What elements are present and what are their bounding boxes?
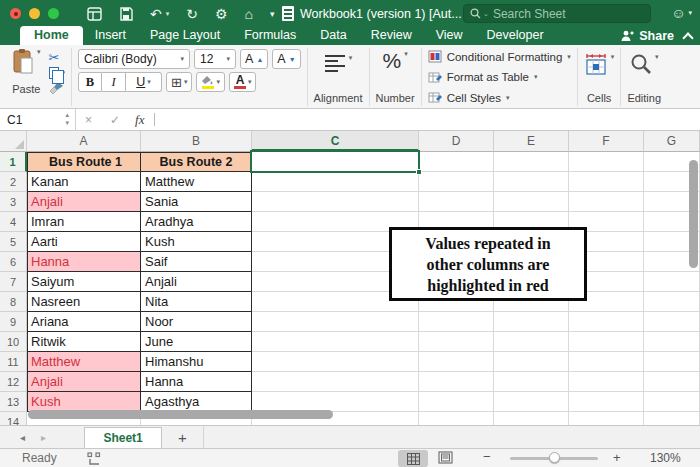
- select-all-corner[interactable]: [0, 131, 27, 152]
- cut-icon[interactable]: ✂: [49, 50, 60, 65]
- row-header-2[interactable]: 2: [0, 172, 27, 192]
- cell-E2[interactable]: [494, 172, 569, 192]
- cell-E3[interactable]: [494, 192, 569, 212]
- cell-C13[interactable]: [252, 392, 419, 412]
- cell-F13[interactable]: [569, 392, 644, 412]
- cell-A13[interactable]: Kush: [27, 392, 141, 412]
- home-icon[interactable]: ⌂: [245, 7, 253, 21]
- cell-B12[interactable]: Hanna: [141, 372, 252, 392]
- cell-C11[interactable]: [252, 352, 419, 372]
- cell-A3[interactable]: Anjali: [27, 192, 141, 212]
- grow-font-button[interactable]: A▲: [240, 49, 268, 69]
- cell-D2[interactable]: [419, 172, 494, 192]
- enter-button[interactable]: ✓: [101, 113, 129, 127]
- vertical-scrollbar[interactable]: [689, 160, 698, 268]
- cell-C1[interactable]: [252, 152, 419, 172]
- tab-home[interactable]: Home: [20, 26, 83, 45]
- column-header-B[interactable]: B: [141, 131, 252, 152]
- feedback-smiley-button[interactable]: ☺ ▾: [671, 5, 692, 21]
- page-layout-view-button[interactable]: [438, 451, 453, 464]
- cell-A9[interactable]: Ariana: [27, 312, 141, 332]
- name-box-stepper[interactable]: ▴▾: [65, 111, 69, 127]
- borders-button[interactable]: ⊞▾: [166, 72, 192, 92]
- collapse-ribbon-chevron[interactable]: [684, 32, 692, 40]
- bold-button[interactable]: B: [78, 72, 102, 92]
- cell-A1[interactable]: Bus Route 1: [27, 152, 141, 172]
- cell-B5[interactable]: Kush: [141, 232, 252, 252]
- cell-F1[interactable]: [569, 152, 644, 172]
- cell-A2[interactable]: Kanan: [27, 172, 141, 192]
- annotation-text-box[interactable]: Values repeated in other columns are hig…: [389, 227, 587, 301]
- cell-G14[interactable]: [644, 412, 700, 425]
- cell-C12[interactable]: [252, 372, 419, 392]
- cell-D12[interactable]: [419, 372, 494, 392]
- cells-button[interactable]: ▾: [584, 53, 615, 75]
- alignment-button[interactable]: ▾: [324, 54, 353, 72]
- cell-E1[interactable]: [494, 152, 569, 172]
- cell-F14[interactable]: [569, 412, 644, 425]
- cell-B1[interactable]: Bus Route 2: [141, 152, 252, 172]
- cell-B11[interactable]: Himanshu: [141, 352, 252, 372]
- zoom-window-button[interactable]: [48, 8, 59, 19]
- cell-F9[interactable]: [569, 312, 644, 332]
- row-header-10[interactable]: 10: [0, 332, 27, 352]
- cell-B3[interactable]: Sania: [141, 192, 252, 212]
- tab-formulas[interactable]: Formulas: [232, 26, 308, 45]
- cell-D1[interactable]: [419, 152, 494, 172]
- new-workbook-icon[interactable]: [87, 7, 102, 21]
- column-header-F[interactable]: F: [569, 131, 644, 152]
- cell-B13[interactable]: Agasthya: [141, 392, 252, 412]
- cell-G13[interactable]: [644, 392, 700, 412]
- close-window-button[interactable]: [10, 8, 21, 19]
- tab-developer[interactable]: Developer: [475, 26, 556, 45]
- row-header-9[interactable]: 9: [0, 312, 27, 332]
- row-header-13[interactable]: 13: [0, 392, 27, 412]
- row-header-11[interactable]: 11: [0, 352, 27, 372]
- cell-B10[interactable]: June: [141, 332, 252, 352]
- cell-A11[interactable]: Matthew: [27, 352, 141, 372]
- normal-view-button[interactable]: [398, 450, 428, 467]
- conditional-formatting-button[interactable]: Conditional Formatting ▾: [428, 50, 571, 63]
- column-header-G[interactable]: G: [644, 131, 700, 152]
- cell-B9[interactable]: Noor: [141, 312, 252, 332]
- cell-C3[interactable]: [252, 192, 419, 212]
- cell-E13[interactable]: [494, 392, 569, 412]
- cell-F2[interactable]: [569, 172, 644, 192]
- cell-D3[interactable]: [419, 192, 494, 212]
- cell-A7[interactable]: Saiyum: [27, 272, 141, 292]
- tab-insert[interactable]: Insert: [83, 26, 138, 45]
- cell-F12[interactable]: [569, 372, 644, 392]
- formula-input[interactable]: [155, 109, 700, 130]
- row-header-14[interactable]: 14: [0, 412, 27, 425]
- insert-function-button[interactable]: fx: [129, 112, 150, 128]
- prev-sheet-arrow[interactable]: ◂: [12, 432, 33, 443]
- row-header-1[interactable]: 1: [0, 152, 27, 172]
- tab-review[interactable]: Review: [359, 26, 424, 45]
- font-name-select[interactable]: Calibri (Body) ▾: [78, 49, 190, 69]
- cell-G8[interactable]: [644, 292, 700, 312]
- cell-B7[interactable]: Anjali: [141, 272, 252, 292]
- cell-A12[interactable]: Anjali: [27, 372, 141, 392]
- search-input[interactable]: ⌄ Search Sheet: [463, 4, 651, 23]
- cell-A6[interactable]: Hanna: [27, 252, 141, 272]
- cell-C10[interactable]: [252, 332, 419, 352]
- cell-D11[interactable]: [419, 352, 494, 372]
- name-box[interactable]: C1 ▴▾: [0, 109, 76, 130]
- column-header-A[interactable]: A: [27, 131, 141, 152]
- cell-G10[interactable]: [644, 332, 700, 352]
- undo-icon[interactable]: ↶: [150, 7, 162, 21]
- cell-B6[interactable]: Saif: [141, 252, 252, 272]
- fill-color-button[interactable]: ▾: [196, 72, 225, 92]
- cell-C9[interactable]: [252, 312, 419, 332]
- cell-A10[interactable]: Ritwik: [27, 332, 141, 352]
- shrink-font-button[interactable]: A▼: [272, 49, 300, 69]
- italic-button[interactable]: I: [102, 72, 126, 92]
- minimize-window-button[interactable]: [29, 8, 40, 19]
- paste-dropdown-caret[interactable]: ▾: [37, 48, 41, 56]
- redo-icon[interactable]: ↻: [186, 7, 198, 21]
- cell-D9[interactable]: [419, 312, 494, 332]
- row-header-5[interactable]: 5: [0, 232, 27, 252]
- column-header-C[interactable]: C: [252, 131, 419, 152]
- copy-icon[interactable]: [49, 67, 59, 79]
- number-format-button[interactable]: % ▾: [382, 50, 407, 72]
